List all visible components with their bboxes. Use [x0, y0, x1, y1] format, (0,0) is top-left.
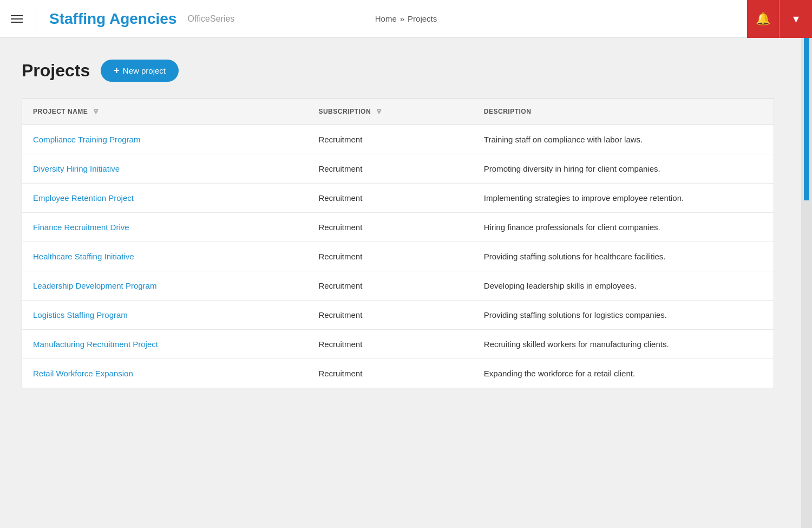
cell-description: Implementing strategies to improve emplo…: [473, 184, 774, 213]
project-name-link[interactable]: Leadership Development Program: [33, 281, 156, 290]
cell-subscription: Recruitment: [307, 213, 473, 242]
cell-project-name: Manufacturing Recruitment Project: [22, 330, 307, 359]
project-name-link[interactable]: Employee Retention Project: [33, 193, 134, 203]
cell-description: Expanding the workforce for a retail cli…: [473, 359, 774, 388]
table-row: Manufacturing Recruitment ProjectRecruit…: [22, 330, 774, 359]
cell-description: Training staff on compliance with labor …: [473, 125, 774, 154]
new-project-button[interactable]: + New project: [101, 60, 179, 82]
header: Staffing Agencies OfficeSeries Home » Pr…: [0, 0, 812, 38]
filter-subscription-icon[interactable]: ⛛: [375, 107, 383, 116]
nav-home-link[interactable]: Home: [375, 14, 397, 23]
header-divider: [36, 8, 36, 30]
cell-project-name: Retail Workforce Expansion: [22, 359, 307, 388]
nav-current-page: Projects: [408, 14, 437, 23]
cell-project-name: Logistics Staffing Program: [22, 301, 307, 330]
table-row: Healthcare Staffing InitiativeRecruitmen…: [22, 242, 774, 271]
table-body: Compliance Training ProgramRecruitmentTr…: [22, 125, 774, 388]
project-name-link[interactable]: Manufacturing Recruitment Project: [33, 340, 158, 349]
table-row: Logistics Staffing ProgramRecruitmentPro…: [22, 301, 774, 330]
cell-subscription: Recruitment: [307, 154, 473, 184]
cell-description: Promoting diversity in hiring for client…: [473, 154, 774, 184]
cell-project-name: Compliance Training Program: [22, 125, 307, 154]
filter-project-icon[interactable]: ⛛: [92, 107, 100, 116]
cell-description: Providing staffing solutions for logisti…: [473, 301, 774, 330]
breadcrumb: Home » Projects: [375, 14, 437, 23]
col-subscription: SUBSCRIPTION ⛛: [307, 99, 473, 125]
notification-bell-button[interactable]: 🔔: [747, 0, 780, 38]
cell-description: Hiring finance professionals for client …: [473, 213, 774, 242]
table-row: Diversity Hiring InitiativeRecruitmentPr…: [22, 154, 774, 184]
project-name-link[interactable]: Retail Workforce Expansion: [33, 369, 133, 378]
table-row: Compliance Training ProgramRecruitmentTr…: [22, 125, 774, 154]
cell-subscription: Recruitment: [307, 125, 473, 154]
header-right: 🔔 ▾: [747, 0, 812, 37]
cell-subscription: Recruitment: [307, 242, 473, 271]
table-row: Employee Retention ProjectRecruitmentImp…: [22, 184, 774, 213]
page-header: Projects + New project: [22, 60, 790, 82]
scrollbar-thumb[interactable]: [804, 38, 809, 200]
page-title: Projects: [22, 61, 90, 81]
cell-project-name: Finance Recruitment Drive: [22, 213, 307, 242]
project-name-link[interactable]: Logistics Staffing Program: [33, 310, 128, 320]
col-project-name-label: PROJECT NAME: [33, 108, 88, 115]
nav-separator: »: [400, 14, 404, 23]
table-row: Finance Recruitment DriveRecruitmentHiri…: [22, 213, 774, 242]
projects-table: PROJECT NAME ⛛ SUBSCRIPTION ⛛ DESCRIPTIO…: [22, 99, 774, 388]
col-description: DESCRIPTION: [473, 99, 774, 125]
cell-subscription: Recruitment: [307, 184, 473, 213]
col-subscription-label: SUBSCRIPTION: [318, 108, 371, 115]
scrollbar[interactable]: [801, 38, 812, 528]
cell-subscription: Recruitment: [307, 271, 473, 301]
app-title: Staffing Agencies: [49, 10, 176, 28]
hamburger-menu[interactable]: [11, 15, 23, 23]
col-project-name: PROJECT NAME ⛛: [22, 99, 307, 125]
cell-project-name: Leadership Development Program: [22, 271, 307, 301]
chevron-down-icon: ▾: [793, 12, 799, 26]
cell-description: Developing leadership skills in employee…: [473, 271, 774, 301]
table-row: Leadership Development ProgramRecruitmen…: [22, 271, 774, 301]
project-name-link[interactable]: Compliance Training Program: [33, 135, 140, 144]
cell-subscription: Recruitment: [307, 301, 473, 330]
cell-description: Providing staffing solutions for healthc…: [473, 242, 774, 271]
cell-project-name: Diversity Hiring Initiative: [22, 154, 307, 184]
project-name-link[interactable]: Diversity Hiring Initiative: [33, 164, 120, 173]
dropdown-button[interactable]: ▾: [780, 0, 812, 38]
header-left: Staffing Agencies OfficeSeries: [0, 8, 234, 30]
cell-project-name: Healthcare Staffing Initiative: [22, 242, 307, 271]
main-content: Projects + New project PROJECT NAME ⛛: [0, 38, 812, 410]
project-name-link[interactable]: Healthcare Staffing Initiative: [33, 252, 134, 261]
table-header: PROJECT NAME ⛛ SUBSCRIPTION ⛛ DESCRIPTIO…: [22, 99, 774, 125]
new-project-label: New project: [123, 66, 166, 75]
projects-table-container: PROJECT NAME ⛛ SUBSCRIPTION ⛛ DESCRIPTIO…: [22, 98, 774, 388]
plus-icon: +: [114, 65, 120, 76]
cell-subscription: Recruitment: [307, 359, 473, 388]
project-name-link[interactable]: Finance Recruitment Drive: [33, 223, 129, 232]
cell-project-name: Employee Retention Project: [22, 184, 307, 213]
app-subtitle: OfficeSeries: [187, 14, 234, 24]
col-description-label: DESCRIPTION: [484, 108, 532, 115]
cell-description: Recruiting skilled workers for manufactu…: [473, 330, 774, 359]
table-row: Retail Workforce ExpansionRecruitmentExp…: [22, 359, 774, 388]
cell-subscription: Recruitment: [307, 330, 473, 359]
bell-icon: 🔔: [756, 12, 770, 26]
